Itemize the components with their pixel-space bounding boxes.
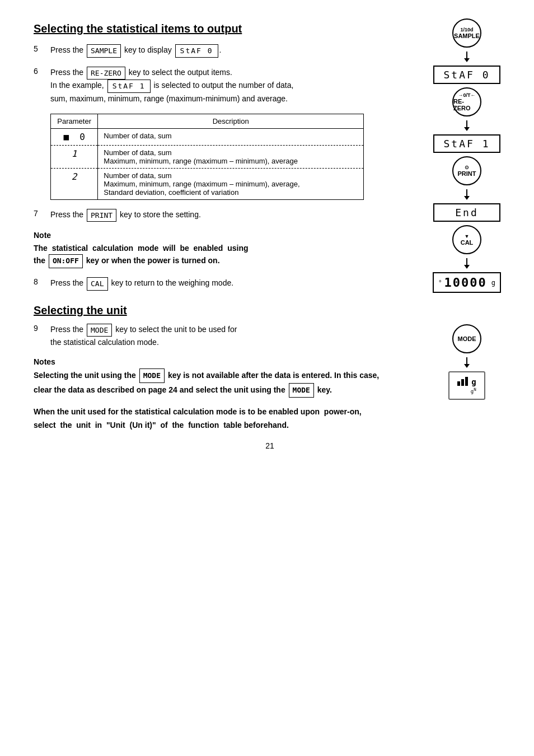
scale-display: ° 10000 g	[433, 272, 501, 293]
staf0-display: StAF 0	[175, 44, 218, 58]
cal-key: CAL	[87, 277, 107, 291]
arrow-4	[463, 258, 470, 269]
desc-cell-1: Number of data, sum Maximum, minimum, ra…	[98, 145, 364, 168]
desc-cell-0: Number of data, sum	[98, 128, 364, 145]
sample-button-illustration: 1/10d SAMPLE	[452, 18, 481, 48]
step-7-text: Press the PRINT key to store the setting…	[50, 209, 201, 222]
param-cell-1: 1	[51, 145, 98, 168]
rezero-button-top: →0/T←	[458, 92, 475, 98]
step-6-num: 6	[34, 67, 45, 76]
mode-button-label: MODE	[458, 335, 476, 342]
rezero-key: RE-ZERO	[87, 67, 125, 80]
step-5-num: 5	[34, 44, 45, 53]
step-8-num: 8	[34, 277, 45, 286]
arrow-1	[463, 51, 470, 62]
step-8-text: Press the CAL key to return to the weigh…	[50, 277, 233, 291]
unit-label: g	[471, 378, 476, 386]
notes-text-2: When the unit used for the statistical c…	[34, 405, 381, 432]
bar3	[465, 377, 468, 386]
parameter-table: Parameter Description ■ 0 Number of data…	[50, 114, 364, 200]
mode-button-illustration: MODE	[452, 324, 481, 353]
section2-title: Selecting the unit	[34, 304, 381, 317]
note-text: The statistical calculation mode will be…	[34, 242, 381, 268]
right-panel: 1/10d SAMPLE StAF 0 →0/T← RE-ZERO StAF 1…	[416, 17, 517, 402]
step-7-row: 7 Press the PRINT key to store the setti…	[34, 209, 381, 222]
table-row: ■ 0 Number of data, sum	[51, 128, 364, 145]
print-key: PRINT	[87, 209, 116, 222]
step-7-num: 7	[34, 209, 45, 218]
mode-key: MODE	[87, 324, 112, 337]
print-button-label: PRINT	[458, 170, 476, 177]
table-row: 2 Number of data, sum Maximum, minimum, …	[51, 168, 364, 199]
bar1	[457, 381, 460, 386]
onoff-key: ON:OFF	[49, 254, 83, 268]
section1-title: Selecting the statistical items to outpu…	[34, 22, 381, 35]
note-section: Note The statistical calculation mode wi…	[34, 231, 381, 268]
step-9-row: 9 Press the MODE key to select the unit …	[34, 324, 381, 349]
sample-key: SAMPLE	[87, 44, 121, 58]
scale-unit: g	[491, 279, 495, 287]
notes-section: Notes Selecting the unit using the MODE …	[34, 357, 381, 432]
arrow-3	[463, 189, 470, 200]
page-number: 21	[34, 441, 506, 450]
step-9-text: Press the MODE key to select the unit to…	[50, 324, 237, 349]
rezero-button-label: RE-ZERO	[453, 98, 480, 111]
bar2	[461, 379, 464, 386]
note-title: Note	[34, 231, 381, 240]
scale-reading: 10000	[444, 276, 487, 290]
scale-prefix: °	[438, 279, 442, 286]
sample-button-label: SAMPLE	[454, 32, 480, 39]
step-8-row: 8 Press the CAL key to return to the wei…	[34, 277, 381, 291]
table-row: 1 Number of data, sum Maximum, minimum, …	[51, 145, 364, 168]
param-symbol-0: ■ 0	[63, 132, 85, 142]
rezero-button-illustration: →0/T← RE-ZERO	[452, 87, 481, 116]
mode-key2: MODE	[139, 368, 165, 383]
display-end: End	[433, 203, 500, 222]
notes-title: Notes	[34, 357, 381, 366]
table-header-param: Parameter	[51, 114, 98, 128]
staf1-display: StAF 1	[107, 80, 151, 93]
arrow-2	[463, 120, 470, 131]
main-content: Selecting the statistical items to outpu…	[34, 22, 381, 441]
step-5-row: 5 Press the SAMPLE key to display StAF 0…	[34, 44, 381, 58]
display-staf0: StAF 0	[433, 66, 500, 84]
cal-button-label: CAL	[461, 239, 474, 246]
notes-text-1: Selecting the unit using the MODE key is…	[34, 368, 381, 398]
table-header-desc: Description	[98, 114, 364, 128]
page: Selecting the statistical items to outpu…	[0, 0, 534, 756]
desc-cell-2: Number of data, sum Maximum, minimum, ra…	[98, 168, 364, 199]
param-symbol-2: 2	[72, 171, 77, 182]
param-symbol-1: 1	[72, 148, 77, 159]
mode-key3: MODE	[289, 383, 314, 398]
print-button-top: ⊙	[465, 165, 469, 170]
battery-bars: g	[457, 377, 476, 386]
param-cell-0: ■ 0	[51, 128, 98, 145]
sample-button-top: 1/10d	[460, 27, 473, 32]
display-staf1: StAF 1	[433, 134, 500, 153]
step-9-num: 9	[34, 324, 45, 333]
cal-button-top: ▼	[465, 234, 470, 239]
arrow-5	[463, 357, 470, 368]
cal-button-illustration: ▼ CAL	[452, 225, 481, 254]
unit-display-illustration: g gN	[448, 371, 485, 400]
unit-small-text: gN	[457, 387, 476, 394]
step-6-row: 6 Press the RE-ZERO key to select the ou…	[34, 67, 381, 105]
step-6-text: Press the RE-ZERO key to select the outp…	[50, 67, 293, 105]
param-cell-2: 2	[51, 168, 98, 199]
step-5-text: Press the SAMPLE key to display StAF 0.	[50, 44, 221, 58]
print-button-illustration: ⊙ PRINT	[452, 156, 481, 185]
